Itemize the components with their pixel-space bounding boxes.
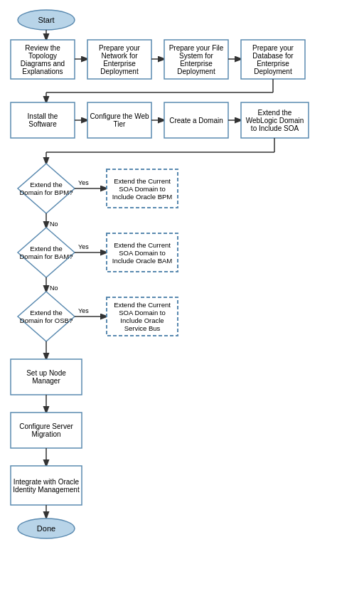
extend-bpm-diamond: Extend the Domain for BPM? xyxy=(18,167,75,210)
extend-osb-box: Extend the Current SOA Domain to Include… xyxy=(107,297,178,336)
integrate-oracle-box: Integrate with Oracle Identity Managemen… xyxy=(11,466,82,505)
bam-yes-label: Yes xyxy=(78,243,89,250)
create-domain-box: Create a Domain xyxy=(164,102,228,138)
prepare-db-box: Prepare your Database for Enterprise Dep… xyxy=(241,40,305,79)
extend-bam-box: Extend the Current SOA Domain to Include… xyxy=(107,233,178,272)
extend-wls-box: Extend the WebLogic Domain to Include SO… xyxy=(241,102,309,138)
prepare-fs-box: Prepare your File System for Enterprise … xyxy=(164,40,228,79)
flowchart-diagram: Start Review the Topology Diagrams and E… xyxy=(0,0,364,601)
osb-yes-label: Yes xyxy=(78,307,89,314)
done-label: Done xyxy=(37,524,55,533)
bpm-no-label: No xyxy=(50,220,58,228)
extend-bam-diamond: Extend the Domain for BAM? xyxy=(18,231,75,274)
setup-node-box: Set up Node Manager xyxy=(11,359,82,395)
bpm-yes-label: Yes xyxy=(78,179,89,186)
flowchart-svg: Start Review the Topology Diagrams and E… xyxy=(7,7,357,594)
configure-web-box: Configure the Web Tier xyxy=(87,102,151,138)
start-label: Start xyxy=(38,16,54,24)
configure-server-box: Configure Server Migration xyxy=(11,413,82,448)
prepare-network-box: Prepare your Network for Enterprise Depl… xyxy=(87,40,151,79)
extend-osb-diamond: Extend the Domain for OSB? xyxy=(18,295,75,338)
bam-no-label: No xyxy=(50,284,58,292)
review-box: Review the Topology Diagrams and Explana… xyxy=(11,40,75,79)
extend-bpm-box: Extend the Current SOA Domain to Include… xyxy=(107,169,178,208)
install-software-box: Install the Software xyxy=(11,102,75,138)
